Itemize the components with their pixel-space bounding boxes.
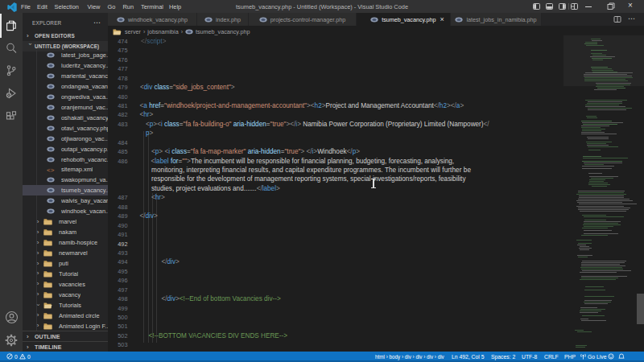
svg-text:<>: <> bbox=[47, 167, 55, 174]
